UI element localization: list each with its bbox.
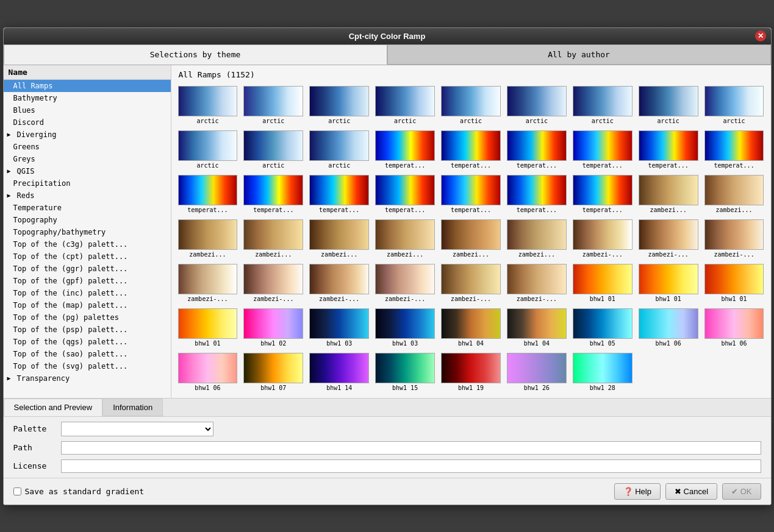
ramp-item[interactable]: zambezi... — [637, 173, 700, 215]
ramp-item[interactable]: temperat... — [637, 129, 700, 171]
ramp-item[interactable]: zambezi... — [505, 218, 568, 260]
sidebar-item-top_of_the_pg_palettes[interactable]: Top of the (pg) palettes — [4, 311, 171, 324]
ramp-item[interactable]: zambezi-... — [307, 262, 371, 304]
ok-button[interactable]: ✔ OK — [722, 483, 761, 500]
ramp-item[interactable]: bhw1_15 — [373, 351, 437, 393]
ramp-item[interactable]: arctic — [439, 84, 503, 126]
ramp-item[interactable]: zambezi-... — [703, 218, 766, 260]
ramp-item[interactable]: zambezi-... — [373, 262, 437, 304]
ramp-item[interactable]: temperat... — [439, 129, 503, 171]
sidebar-item-topographybathymetry[interactable]: Topography/bathymetry — [4, 226, 171, 238]
ramp-item[interactable]: temperat... — [505, 173, 568, 215]
ramp-item[interactable]: bhw1_04 — [439, 307, 503, 349]
ramp-item[interactable]: bhw1_26 — [505, 351, 568, 393]
ramp-item[interactable]: arctic — [703, 84, 766, 126]
ramp-item[interactable]: zambezi... — [307, 218, 371, 260]
ramp-item[interactable]: zambezi... — [242, 218, 305, 260]
sidebar-item-top_of_the_psp_palett...[interactable]: Top of the (psp) palett... — [4, 324, 171, 336]
ramp-item[interactable]: temperat... — [242, 173, 305, 215]
ramp-item[interactable]: arctic — [307, 84, 371, 126]
ramp-item[interactable]: zambezi-... — [242, 262, 305, 304]
sidebar-item-temperature[interactable]: Temperature — [4, 202, 171, 214]
ramp-item[interactable]: temperat... — [439, 173, 503, 215]
save-as-standard-checkbox[interactable] — [13, 488, 21, 495]
ramp-item[interactable]: bhw1_02 — [242, 307, 305, 349]
sidebar-item-blues[interactable]: Blues — [4, 104, 171, 116]
sidebar-item-bathymetry[interactable]: Bathymetry — [4, 92, 171, 104]
save-as-standard-label[interactable]: Save as standard gradient — [13, 487, 145, 496]
ramp-item[interactable]: zambezi... — [703, 173, 766, 215]
ramp-item[interactable]: temperat... — [505, 129, 568, 171]
ramp-item[interactable]: bhw1_01 — [571, 262, 634, 304]
sidebar-item-top_of_the_sao_palett...[interactable]: Top of the (sao) palett... — [4, 348, 171, 360]
sidebar-item-greens[interactable]: Greens — [4, 141, 171, 153]
sidebar-item-diverging[interactable]: ▶Diverging — [4, 129, 171, 141]
ramp-item[interactable]: zambezi... — [439, 218, 503, 260]
ramp-item[interactable]: bhw1_06 — [176, 351, 240, 393]
license-input[interactable] — [61, 459, 761, 473]
ramp-item[interactable]: zambezi-... — [439, 262, 503, 304]
ramp-item[interactable]: temperat... — [703, 129, 766, 171]
ramp-grid-container[interactable]: All Ramps (1152) arctic arctic arctic ar… — [171, 65, 771, 398]
ramp-item[interactable]: arctic — [242, 84, 305, 126]
ramp-item[interactable]: bhw1_03 — [307, 307, 371, 349]
ramp-item[interactable]: bhw1_01 — [703, 262, 766, 304]
sidebar-item-all_ramps[interactable]: All Ramps — [4, 80, 171, 92]
ramp-item[interactable]: bhw1_14 — [307, 351, 371, 393]
ramp-item[interactable]: temperat... — [307, 173, 371, 215]
sidebar-item-top_of_the_gpf_palett...[interactable]: Top of the (gpf) palett... — [4, 275, 171, 287]
tab-information[interactable]: Information — [102, 399, 163, 416]
ramp-item[interactable]: bhw1_03 — [373, 307, 437, 349]
ramp-item[interactable]: temperat... — [571, 129, 634, 171]
ramp-item[interactable]: arctic — [571, 84, 634, 126]
tab-selections-by-theme[interactable]: Selections by theme — [4, 44, 387, 65]
ramp-item[interactable]: arctic — [373, 84, 437, 126]
sidebar-item-qgis[interactable]: ▶QGIS — [4, 165, 171, 177]
tab-selection-preview[interactable]: Selection and Preview — [4, 399, 103, 416]
sidebar-item-top_of_the_inc_palett...[interactable]: Top of the (inc) palett... — [4, 287, 171, 299]
ramp-item[interactable]: zambezi-... — [176, 262, 240, 304]
ramp-item[interactable]: bhw1_05 — [571, 307, 634, 349]
ramp-item[interactable]: arctic — [176, 84, 240, 126]
ramp-item[interactable]: temperat... — [571, 173, 634, 215]
sidebar-item-greys[interactable]: Greys — [4, 153, 171, 165]
ramp-item[interactable]: arctic — [242, 129, 305, 171]
ramp-item[interactable]: zambezi-... — [505, 262, 568, 304]
ramp-item[interactable]: bhw1_04 — [505, 307, 568, 349]
sidebar-item-top_of_the_c3g_palett...[interactable]: Top of the (c3g) palett... — [4, 238, 171, 250]
close-button[interactable]: ✕ — [755, 30, 766, 41]
sidebar-item-top_of_the_map_palett...[interactable]: Top of the (map) palett... — [4, 299, 171, 311]
tab-all-by-author[interactable]: All by author — [387, 44, 771, 65]
ramp-item[interactable]: zambezi... — [373, 218, 437, 260]
ramp-item[interactable]: arctic — [637, 84, 700, 126]
ramp-item[interactable]: temperat... — [373, 173, 437, 215]
sidebar-item-top_of_the_cpt_palett...[interactable]: Top of the (cpt) palett... — [4, 250, 171, 263]
sidebar-item-reds[interactable]: ▶Reds — [4, 190, 171, 202]
ramp-item[interactable]: bhw1_06 — [703, 307, 766, 349]
ramp-item[interactable]: zambezi-... — [571, 218, 634, 260]
sidebar-item-topography[interactable]: Topography — [4, 214, 171, 226]
sidebar-item-top_of_the_svg_palett...[interactable]: Top of the (svg) palett... — [4, 360, 171, 372]
ramp-item[interactable]: bhw1_01 — [176, 307, 240, 349]
sidebar-item-precipitation[interactable]: Precipitation — [4, 177, 171, 190]
sidebar-item-top_of_the_ggr_palett...[interactable]: Top of the (ggr) palett... — [4, 263, 171, 275]
help-button[interactable]: ❓ Help — [614, 483, 661, 500]
ramp-item[interactable]: bhw1_07 — [242, 351, 305, 393]
ramp-item[interactable]: arctic — [307, 129, 371, 171]
ramp-item[interactable]: temperat... — [176, 173, 240, 215]
ramp-item[interactable]: arctic — [505, 84, 568, 126]
ramp-item[interactable]: bhw1_01 — [637, 262, 700, 304]
ramp-item[interactable]: temperat... — [373, 129, 437, 171]
ramp-item[interactable]: zambezi... — [176, 218, 240, 260]
sidebar-item-top_of_the_qgs_palett...[interactable]: Top of the (qgs) palett... — [4, 336, 171, 348]
cancel-button[interactable]: ✖ Cancel — [665, 483, 717, 500]
ramp-item[interactable]: arctic — [176, 129, 240, 171]
ramp-item[interactable]: bhw1_06 — [637, 307, 700, 349]
sidebar-item-transparency[interactable]: ▶Transparency — [4, 372, 171, 385]
palette-select[interactable] — [61, 422, 213, 436]
path-input[interactable] — [61, 441, 761, 455]
sidebar-item-discord[interactable]: Discord — [4, 116, 171, 129]
ramp-item[interactable]: bhw1_28 — [571, 351, 634, 393]
ramp-item[interactable]: zambezi-... — [637, 218, 700, 260]
ramp-item[interactable]: bhw1_19 — [439, 351, 503, 393]
